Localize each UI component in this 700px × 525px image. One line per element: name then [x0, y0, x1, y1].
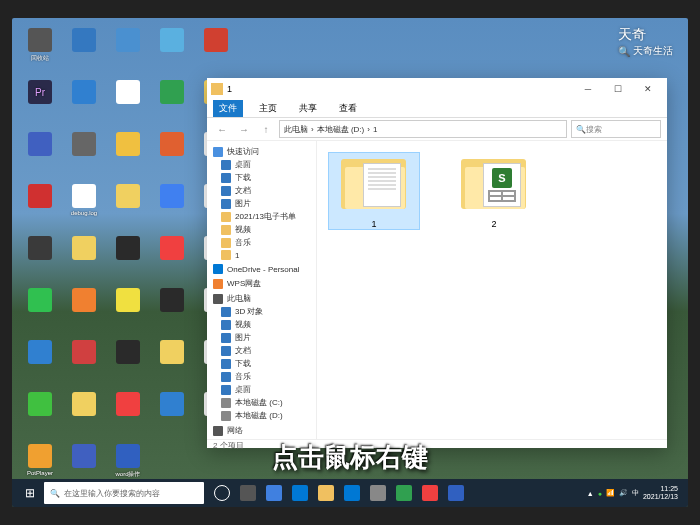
forward-button[interactable]: → — [235, 120, 253, 138]
file-explorer-window: 1 ─ ☐ ✕ 文件 主页 共享 查看 ← → ↑ 此电脑› 本地磁盘 (D:)… — [207, 78, 667, 448]
back-button[interactable]: ← — [213, 120, 231, 138]
desktop-icon[interactable] — [66, 340, 102, 384]
desktop-icon[interactable] — [154, 340, 190, 384]
address-bar: ← → ↑ 此电脑› 本地磁盘 (D:)› 1 🔍 搜索 — [207, 118, 667, 141]
maximize-button[interactable]: ☐ — [603, 78, 633, 100]
desktop-icon[interactable] — [154, 392, 190, 436]
sidebar-item[interactable]: 1 — [207, 249, 316, 261]
desktop-icon[interactable] — [110, 80, 146, 124]
desktop-icons: 回收站 Pr debug.log — [22, 28, 238, 492]
desktop-icon[interactable] — [154, 288, 190, 332]
desktop-icon[interactable] — [66, 236, 102, 280]
sidebar-item[interactable]: 2021/13电子书单 — [207, 210, 316, 223]
taskbar-app[interactable] — [392, 481, 416, 505]
sidebar-item[interactable]: 本地磁盘 (D:) — [207, 409, 316, 422]
share-tab[interactable]: 共享 — [293, 100, 323, 117]
desktop-icon[interactable] — [154, 236, 190, 280]
view-tab[interactable]: 查看 — [333, 100, 363, 117]
up-button[interactable]: ↑ — [257, 120, 275, 138]
desktop-icon[interactable] — [110, 132, 146, 176]
desktop-icon[interactable] — [110, 392, 146, 436]
taskview-icon[interactable] — [236, 481, 260, 505]
desktop-icon[interactable] — [154, 80, 190, 124]
desktop-icon[interactable] — [110, 28, 146, 72]
taskbar-app[interactable] — [340, 481, 364, 505]
sidebar-item[interactable]: 下载 — [207, 357, 316, 370]
taskbar-search[interactable]: 🔍 在这里输入你要搜索的内容 — [44, 482, 204, 504]
sidebar-item[interactable]: 音乐 — [207, 236, 316, 249]
desktop-icon[interactable] — [66, 392, 102, 436]
sidebar-item[interactable]: 文档 — [207, 344, 316, 357]
taskbar-app[interactable] — [418, 481, 442, 505]
titlebar[interactable]: 1 ─ ☐ ✕ — [207, 78, 667, 100]
window-title: 1 — [227, 84, 232, 94]
sidebar-item[interactable]: 图片 — [207, 331, 316, 344]
desktop-icon[interactable] — [110, 288, 146, 332]
taskbar-app[interactable] — [366, 481, 390, 505]
tray-icon[interactable]: 中 — [632, 488, 639, 498]
sidebar-item[interactable]: 本地磁盘 (C:) — [207, 396, 316, 409]
desktop-icon[interactable] — [198, 28, 234, 72]
sidebar-wps[interactable]: WPS网盘 — [207, 277, 316, 290]
system-tray[interactable]: ▲ ● 📶 🔊 中 11:25 2021/12/13 — [587, 485, 684, 500]
taskbar-app[interactable] — [314, 481, 338, 505]
desktop-icon[interactable] — [154, 184, 190, 228]
clock[interactable]: 11:25 2021/12/13 — [643, 485, 678, 500]
file-name: 2 — [491, 219, 496, 229]
cortana-icon[interactable] — [210, 481, 234, 505]
desktop-icon[interactable] — [22, 392, 58, 436]
sidebar-item[interactable]: 视频 — [207, 223, 316, 236]
desktop-icon[interactable] — [22, 288, 58, 332]
taskbar-app[interactable] — [262, 481, 286, 505]
sidebar-item[interactable]: 桌面 — [207, 383, 316, 396]
sidebar-item[interactable]: 3D 对象 — [207, 305, 316, 318]
sidebar-item[interactable]: 视频 — [207, 318, 316, 331]
desktop-icon[interactable] — [110, 340, 146, 384]
folder-icon — [211, 83, 223, 95]
sidebar-item[interactable]: 桌面 — [207, 158, 316, 171]
desktop-icon[interactable] — [110, 236, 146, 280]
sidebar-item[interactable]: 图片 — [207, 197, 316, 210]
tray-icon[interactable]: ● — [598, 490, 602, 497]
file-list[interactable]: 1 S 2 — [317, 141, 667, 439]
desktop-icon[interactable]: 回收站 — [22, 28, 58, 72]
folder-item[interactable]: 1 — [329, 153, 419, 229]
tray-icon[interactable]: 🔊 — [619, 489, 628, 497]
file-tab[interactable]: 文件 — [213, 100, 243, 117]
sidebar-item[interactable]: 音乐 — [207, 370, 316, 383]
tray-icon[interactable]: ▲ — [587, 490, 594, 497]
sidebar-thispc[interactable]: 此电脑 — [207, 292, 316, 305]
desktop-icon[interactable] — [66, 288, 102, 332]
desktop-icon[interactable] — [22, 236, 58, 280]
ribbon: 文件 主页 共享 查看 — [207, 100, 667, 118]
minimize-button[interactable]: ─ — [573, 78, 603, 100]
desktop-icon[interactable] — [66, 132, 102, 176]
desktop-icon[interactable] — [22, 184, 58, 228]
search-input[interactable]: 🔍 搜索 — [571, 120, 661, 138]
taskbar-app[interactable] — [288, 481, 312, 505]
desktop-icon[interactable] — [154, 132, 190, 176]
home-tab[interactable]: 主页 — [253, 100, 283, 117]
sidebar-item[interactable]: 下载 — [207, 171, 316, 184]
breadcrumb[interactable]: 此电脑› 本地磁盘 (D:)› 1 — [279, 120, 567, 138]
folder-item[interactable]: S 2 — [449, 153, 539, 229]
sidebar-network[interactable]: 网络 — [207, 424, 316, 437]
close-button[interactable]: ✕ — [633, 78, 663, 100]
video-caption: 点击鼠标右键 — [12, 440, 688, 475]
sidebar-onedrive[interactable]: OneDrive - Personal — [207, 263, 316, 275]
taskbar-app[interactable] — [444, 481, 468, 505]
desktop-icon[interactable]: Pr — [22, 80, 58, 124]
desktop-icon[interactable] — [22, 132, 58, 176]
watermark: 天奇 🔍天奇生活 — [618, 26, 673, 58]
start-button[interactable]: ⊞ — [16, 479, 44, 507]
sidebar-quick-access[interactable]: 快速访问 — [207, 145, 316, 158]
desktop-icon[interactable] — [110, 184, 146, 228]
desktop-icon[interactable] — [22, 340, 58, 384]
sidebar-item[interactable]: 文档 — [207, 184, 316, 197]
tray-icon[interactable]: 📶 — [606, 489, 615, 497]
desktop-icon[interactable] — [66, 28, 102, 72]
taskbar: ⊞ 🔍 在这里输入你要搜索的内容 ▲ ● 📶 🔊 中 11:25 2021/12… — [12, 479, 688, 507]
desktop-icon[interactable]: debug.log — [66, 184, 102, 228]
desktop-icon[interactable] — [154, 28, 190, 72]
desktop-icon[interactable] — [66, 80, 102, 124]
